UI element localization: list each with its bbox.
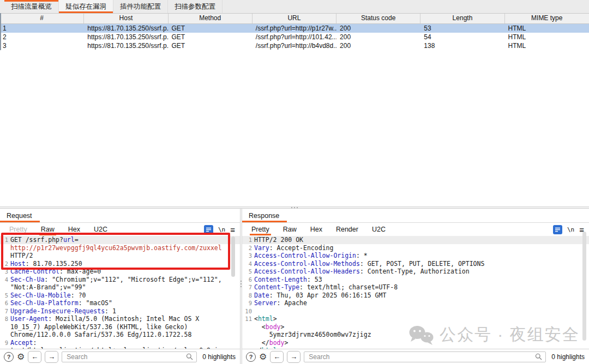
table-cell: 3	[0, 41, 84, 50]
table-cell: HTML	[505, 41, 589, 50]
line-number: 9	[242, 299, 254, 307]
editor-line: HTTP/2	[0, 252, 240, 260]
response-tab[interactable]: Response	[242, 209, 287, 222]
syntax-highlight-icon[interactable]	[204, 225, 213, 234]
table-cell: GET	[169, 41, 253, 50]
request-editor-scrollbar[interactable]	[231, 236, 235, 277]
table-cell: HTML	[505, 24, 589, 33]
response-editor[interactable]: 1HTTP/2 200 OK2Vary: Accept-Encoding3Acc…	[242, 236, 589, 349]
top-tab-1[interactable]: 疑似存在漏洞	[59, 0, 113, 13]
newline-toggle-icon[interactable]: \n	[218, 226, 225, 233]
response-subtab-pretty[interactable]: Pretty	[251, 224, 270, 235]
search-icon	[186, 353, 193, 360]
request-search-box[interactable]	[62, 351, 197, 362]
request-highlights-count: 0 highlights	[202, 353, 236, 361]
prev-match-button[interactable]: ←	[28, 351, 41, 363]
response-highlights-count: 0 highlights	[551, 353, 585, 361]
request-subtab-row: PrettyRawHexU2C \n ≡	[0, 223, 240, 236]
editor-line: </body>	[242, 339, 589, 347]
response-panel: Response PrettyRawHexRenderU2C \n ≡ 1HTT…	[242, 209, 589, 364]
line-number: 5	[0, 292, 10, 300]
menu-icon[interactable]: ≡	[230, 226, 235, 234]
next-match-button[interactable]: →	[287, 351, 300, 363]
top-tab-3[interactable]: 扫描参数配置	[168, 0, 223, 13]
table-cell: 200	[336, 24, 420, 33]
traffic-table-header: #HostMethodURLStatus codeLengthMIME type	[0, 13, 589, 24]
column-header[interactable]: #	[0, 14, 84, 23]
line-number: 9	[0, 339, 10, 347]
request-subtab-u2c[interactable]: U2C	[93, 224, 108, 235]
table-cell: https://81.70.135.250/ssrf.p...	[84, 33, 168, 41]
editor-line: 2Vary: Accept-Encoding	[242, 244, 589, 252]
request-subtab-pretty[interactable]: Pretty	[9, 224, 28, 235]
request-panel: Request PrettyRawHexU2C \n ≡ 1GET /ssrf.…	[0, 209, 240, 364]
table-row[interactable]: 1https://81.70.135.250/ssrf.p...GET/ssrf…	[0, 24, 589, 33]
editor-line: Chrome/112.0.0.0 Safari/537.36 Edg/112.0…	[0, 331, 240, 339]
prev-match-button[interactable]: ←	[270, 351, 284, 363]
response-search-bar: ? ⚙ ← → 0 highlights	[242, 349, 589, 364]
request-editor[interactable]: 1GET /ssrf.php?url=http://p1r27wevpggfj9…	[0, 236, 240, 349]
editor-line: 11<html>	[242, 315, 589, 323]
column-header[interactable]: Method	[169, 14, 253, 23]
request-subtab-raw[interactable]: Raw	[40, 224, 55, 235]
response-search-box[interactable]	[304, 351, 546, 362]
line-number: 2	[242, 244, 254, 252]
left-arrow-icon: ←	[273, 353, 280, 361]
response-subtab-raw[interactable]: Raw	[283, 224, 297, 235]
table-cell: HTML	[505, 33, 589, 41]
editor-line: 9Accept:	[0, 339, 240, 347]
syntax-highlight-icon[interactable]	[553, 225, 562, 234]
response-subtab-row: PrettyRawHexRenderU2C \n ≡	[242, 223, 589, 236]
table-cell: 1	[0, 24, 84, 33]
editor-line: 3Cache-Control: max-age=0	[0, 268, 240, 276]
request-subtab-hex[interactable]: Hex	[68, 224, 81, 235]
column-header[interactable]: URL	[253, 14, 336, 23]
line-number: 3	[0, 268, 10, 276]
table-row[interactable]: 2https://81.70.135.250/ssrf.p...GET/ssrf…	[0, 33, 589, 41]
help-icon[interactable]: ?	[246, 352, 256, 362]
line-number: 5	[242, 268, 254, 276]
editor-line: 8Date: Thu, 03 Apr 2025 06:16:15 GMT	[242, 292, 589, 300]
editor-line: 10	[242, 307, 589, 316]
editor-line: 5Sec-Ch-Ua-Mobile: ?0	[0, 292, 240, 300]
line-number: 6	[242, 276, 254, 284]
top-tabbar: 扫描流量概览疑似存在漏洞插件功能配置扫描参数配置	[0, 0, 589, 13]
editor-line: http://p1r27wevpggfj9ql4ycu62a5pwvmjb.oa…	[0, 244, 240, 252]
editor-line: 8User-Agent: Mozilla/5.0 (Macintosh; Int…	[0, 315, 240, 323]
line-number: 11	[242, 315, 254, 323]
traffic-table: #HostMethodURLStatus codeLengthMIME type…	[0, 13, 589, 50]
right-arrow-icon: →	[290, 353, 297, 361]
newline-toggle-icon[interactable]: \n	[567, 226, 574, 233]
settings-gear-icon[interactable]: ⚙	[259, 353, 267, 361]
response-subtab-render[interactable]: Render	[335, 224, 359, 235]
editor-line: "Not:A-Brand";v="99"	[0, 283, 240, 292]
response-subtab-hex[interactable]: Hex	[310, 224, 323, 235]
editor-line: 9Server: Apache	[242, 299, 589, 307]
top-tab-0[interactable]: 扫描流量概览	[4, 0, 59, 13]
help-icon[interactable]: ?	[4, 352, 14, 362]
column-header[interactable]: MIME type	[505, 14, 589, 23]
column-header[interactable]: Length	[420, 14, 504, 23]
column-header[interactable]: Status code	[336, 14, 420, 23]
table-cell: /ssrf.php?url=http://101.42....	[253, 33, 336, 41]
response-title-row: Response	[242, 209, 589, 223]
settings-gear-icon[interactable]: ⚙	[17, 353, 25, 361]
editor-line: <body>	[242, 323, 589, 331]
line-number: 4	[0, 276, 10, 284]
editor-line: 4Access-Control-Allow-Methods: GET, POST…	[242, 260, 589, 268]
editor-line: 7Content-Type: text/html; charset=UTF-8	[242, 283, 589, 292]
response-editor-scrollbar[interactable]	[582, 232, 586, 341]
traffic-table-body: 1https://81.70.135.250/ssrf.p...GET/ssrf…	[0, 24, 589, 50]
table-row[interactable]: 3https://81.70.135.250/ssrf.p...GET/ssrf…	[0, 41, 589, 50]
line-number: 2	[0, 260, 10, 268]
line-number: 10	[242, 307, 254, 316]
request-search-input[interactable]	[65, 353, 186, 361]
response-subtab-u2c[interactable]: U2C	[371, 224, 386, 235]
line-number: 3	[242, 252, 254, 260]
column-header[interactable]: Host	[84, 14, 168, 23]
next-match-button[interactable]: →	[45, 351, 58, 363]
top-tab-2[interactable]: 插件功能配置	[113, 0, 168, 13]
request-tab[interactable]: Request	[0, 209, 40, 222]
right-arrow-icon: →	[48, 353, 55, 361]
response-search-input[interactable]	[308, 353, 535, 361]
